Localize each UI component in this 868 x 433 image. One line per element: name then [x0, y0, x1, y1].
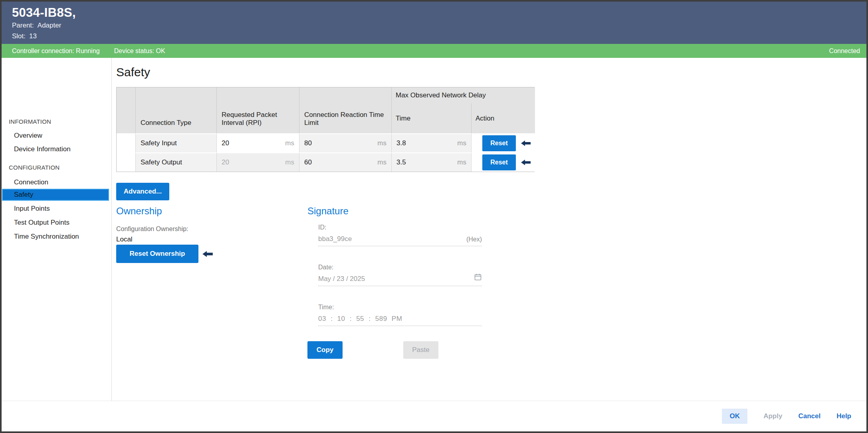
- signature-date-label: Date:: [318, 264, 333, 271]
- reaction-unit: ms: [377, 158, 386, 166]
- reaction-value: 80: [304, 139, 312, 147]
- module-properties-window: 5034-IB8S, Parent:Adapter Slot:13 Contro…: [0, 0, 868, 433]
- reset-delay-button[interactable]: Reset: [482, 135, 516, 151]
- delay-unit: ms: [457, 139, 466, 147]
- signature-time-field: 03 : 10 : 55 : 589 PM: [318, 312, 482, 326]
- signature-date-value: May / 23 / 2025: [318, 275, 365, 283]
- row-selector: [117, 152, 136, 172]
- help-button[interactable]: Help: [836, 412, 851, 420]
- signature-date-field: May / 23 / 2025: [318, 272, 482, 286]
- reset-ownership-button[interactable]: Reset Ownership: [116, 245, 198, 263]
- device-header: 5034-IB8S, Parent:Adapter Slot:13: [2, 2, 866, 44]
- configuration-ownership-value: Local: [116, 235, 133, 243]
- sidebar-section-configuration: CONFIGURATION: [9, 164, 59, 171]
- col-group-header-max-observed-network-delay: Max Observed Network Delay: [392, 87, 535, 103]
- row-selector: [117, 133, 136, 152]
- signature-time-value: 03 : 10 : 55 : 589 PM: [318, 315, 402, 323]
- device-title: 5034-IB8S,: [12, 6, 76, 20]
- controller-connection-status: Controller connection: Running: [12, 47, 100, 55]
- sidebar: INFORMATION Overview Device Information …: [2, 58, 112, 401]
- signature-id-field: bba3_99ce (Hex): [318, 232, 482, 246]
- cancel-button[interactable]: Cancel: [798, 412, 820, 420]
- cell-max-delay-time: 3.5 ms: [392, 152, 472, 172]
- reaction-unit: ms: [377, 139, 386, 147]
- calendar-icon: [474, 273, 482, 283]
- cell-reaction-time-limit: 60 ms: [299, 152, 392, 172]
- slot-label: Slot:: [12, 32, 26, 40]
- col-header-rpi: Requested Packet Interval (RPI): [217, 87, 299, 133]
- sidebar-item-overview[interactable]: Overview: [14, 132, 42, 140]
- arrow-left-icon: [521, 160, 531, 165]
- rpi-value: 20: [222, 158, 229, 166]
- cell-action: Reset: [472, 152, 535, 172]
- delay-unit: ms: [457, 158, 466, 166]
- cell-rpi-input[interactable]: 20 ms: [217, 133, 299, 152]
- cell-rpi-input-disabled: 20 ms: [217, 152, 299, 172]
- copy-signature-button[interactable]: Copy: [307, 341, 343, 359]
- parent-row: Parent:Adapter: [12, 22, 61, 30]
- signature-id-hex-suffix: (Hex): [466, 236, 482, 243]
- configuration-ownership-label: Configuration Ownership:: [116, 225, 188, 233]
- rpi-unit: ms: [285, 139, 294, 147]
- col-header-time: Time: [392, 103, 472, 133]
- reaction-value: 60: [304, 158, 312, 166]
- sidebar-item-safety[interactable]: Safety: [2, 189, 109, 201]
- col-header-empty: [117, 87, 136, 133]
- connection-state-badge: Connected: [829, 47, 860, 55]
- ok-button[interactable]: OK: [722, 409, 747, 424]
- signature-heading: Signature: [307, 206, 349, 217]
- device-status: Device status: OK: [114, 47, 165, 55]
- slot-value: 13: [29, 32, 37, 40]
- cell-max-delay-time: 3.8 ms: [392, 133, 472, 152]
- paste-signature-button: Paste: [403, 341, 438, 359]
- col-header-reaction-time-limit: Connection Reaction Time Limit: [299, 87, 392, 133]
- cell-reaction-time-limit: 80 ms: [299, 133, 392, 152]
- sidebar-section-information: INFORMATION: [9, 118, 51, 125]
- cell-connection-type: Safety Output: [136, 152, 217, 172]
- page-title: Safety: [116, 65, 150, 79]
- arrow-left-icon: [521, 140, 531, 146]
- delay-value: 3.8: [396, 139, 406, 147]
- delay-value: 3.5: [396, 158, 406, 166]
- safety-connections-table: Connection Type Requested Packet Interva…: [116, 87, 535, 172]
- signature-id-value: bba3_99ce: [318, 235, 352, 243]
- status-bar: Controller connection: Running Device st…: [2, 44, 866, 58]
- sidebar-item-input-points[interactable]: Input Points: [14, 205, 50, 213]
- advanced-button[interactable]: Advanced...: [116, 183, 169, 200]
- col-header-connection-type: Connection Type: [136, 87, 217, 133]
- sidebar-item-time-synchronization[interactable]: Time Synchronization: [14, 233, 79, 241]
- rpi-value: 20: [222, 139, 229, 147]
- cell-connection-type: Safety Input: [136, 133, 217, 152]
- slot-row: Slot:13: [12, 32, 37, 40]
- signature-time-label: Time:: [318, 304, 334, 311]
- reset-delay-button[interactable]: Reset: [482, 154, 516, 170]
- apply-button: Apply: [763, 412, 782, 420]
- arrow-left-icon: [202, 251, 213, 259]
- ownership-heading: Ownership: [116, 206, 162, 217]
- parent-value: Adapter: [38, 22, 61, 29]
- sidebar-item-test-output-points[interactable]: Test Output Points: [14, 219, 69, 227]
- sidebar-item-device-information[interactable]: Device Information: [14, 145, 71, 153]
- dialog-footer: OK Apply Cancel Help: [2, 401, 866, 431]
- cell-action: Reset: [472, 133, 535, 152]
- rpi-unit: ms: [285, 158, 294, 166]
- signature-id-label: ID:: [318, 224, 326, 231]
- parent-label: Parent:: [12, 22, 34, 29]
- sidebar-item-connection[interactable]: Connection: [14, 178, 48, 186]
- col-header-action: Action: [472, 103, 535, 133]
